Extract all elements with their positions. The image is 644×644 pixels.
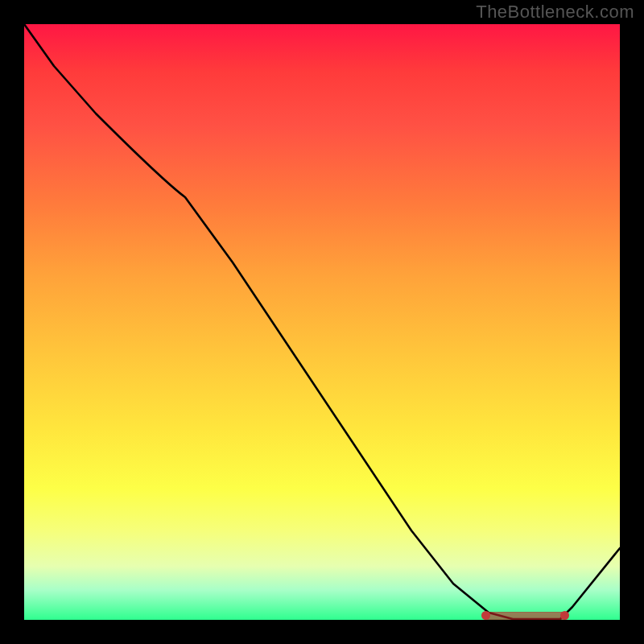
chart-frame: TheBottleneck.com [0,0,644,644]
flat-minimum-marker [485,612,565,620]
flat-minimum-dot-right [560,611,569,620]
watermark-text: TheBottleneck.com [476,2,634,23]
bottleneck-curve [24,24,620,620]
curve-path [24,24,620,619]
plot-area [24,24,620,620]
flat-minimum-dot-left [481,611,490,620]
